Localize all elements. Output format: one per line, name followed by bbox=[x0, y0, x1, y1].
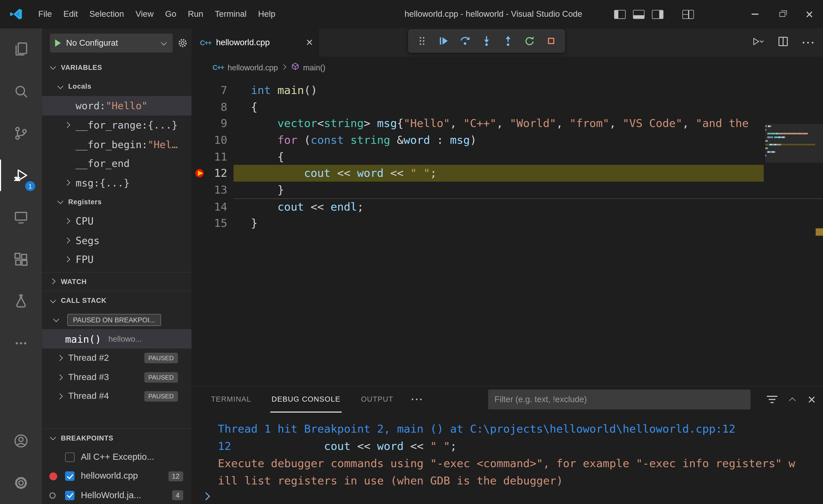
step-into-button[interactable] bbox=[476, 30, 497, 51]
step-over-button[interactable] bbox=[454, 30, 476, 51]
variable-row-msg[interactable]: msg: {...} bbox=[42, 173, 191, 192]
code-line[interactable]: 13 } bbox=[191, 182, 823, 198]
continue-button[interactable] bbox=[433, 30, 454, 51]
minimap[interactable] bbox=[765, 126, 815, 283]
toggle-secondary-sidebar-icon[interactable] bbox=[652, 10, 663, 19]
breakpoint-gutter[interactable] bbox=[191, 215, 206, 231]
run-debug-icon[interactable]: 1 bbox=[0, 154, 42, 196]
breadcrumb-symbol[interactable]: main() bbox=[303, 63, 325, 71]
debug-console[interactable]: Thread 1 hit Breakpoint 2, main () at C:… bbox=[191, 412, 823, 504]
minimize-button[interactable] bbox=[741, 0, 768, 28]
registers-group-header[interactable]: Registers bbox=[42, 192, 191, 212]
variable-row-for-range[interactable]: __for_range: {...} bbox=[42, 115, 191, 135]
toolbar-drag-handle[interactable] bbox=[411, 30, 433, 51]
console-prompt-row[interactable] bbox=[203, 488, 209, 504]
breakpoint-gutter[interactable] bbox=[191, 82, 206, 98]
console-filter-input[interactable] bbox=[488, 389, 751, 409]
thread-row-4[interactable]: Thread #4 PAUSED bbox=[42, 387, 191, 406]
call-stack-session-row[interactable]: PAUSED ON BREAKPOI... bbox=[42, 310, 191, 329]
run-or-debug-icon[interactable] bbox=[752, 35, 764, 50]
watch-section-header[interactable]: WATCH bbox=[42, 272, 191, 291]
testing-icon[interactable] bbox=[0, 280, 42, 322]
close-button[interactable]: × bbox=[796, 0, 823, 28]
register-row-segs[interactable]: Segs bbox=[42, 231, 191, 250]
variables-section-header[interactable]: VARIABLES bbox=[42, 58, 191, 77]
breakpoint-gutter[interactable] bbox=[191, 198, 206, 215]
tab-output[interactable]: OUTPUT bbox=[360, 386, 394, 412]
code-line[interactable]: 14 cout << endl; bbox=[191, 198, 823, 215]
breakpoint-row-helloworld-java[interactable]: HelloWorld.ja... 4 bbox=[42, 486, 191, 504]
menu-help[interactable]: Help bbox=[252, 0, 281, 28]
tab-debug-console[interactable]: DEBUG CONSOLE bbox=[271, 386, 341, 412]
menu-file[interactable]: File bbox=[32, 0, 58, 28]
explorer-icon[interactable] bbox=[0, 28, 42, 70]
more-views-icon[interactable] bbox=[0, 322, 42, 364]
menu-terminal[interactable]: Terminal bbox=[209, 0, 252, 28]
breakpoint-gutter[interactable] bbox=[191, 182, 206, 198]
extensions-icon[interactable] bbox=[0, 238, 42, 280]
search-icon[interactable] bbox=[0, 70, 42, 112]
menu-run[interactable]: Run bbox=[182, 0, 209, 28]
source-control-icon[interactable] bbox=[0, 112, 42, 154]
restart-button[interactable] bbox=[519, 30, 540, 51]
breakpoint-row-exceptions[interactable]: All C++ Exceptio... bbox=[42, 447, 191, 467]
editor-more-actions-icon[interactable]: ··· bbox=[802, 37, 816, 49]
locals-group-header[interactable]: Locals bbox=[42, 77, 191, 96]
variable-row-for-begin[interactable]: __for_begin: "Hel… bbox=[42, 135, 191, 154]
split-editor-icon[interactable] bbox=[777, 35, 790, 50]
filter-icon[interactable] bbox=[767, 395, 777, 404]
panel-more-tabs-icon[interactable]: ··· bbox=[411, 394, 424, 405]
breakpoint-gutter[interactable] bbox=[191, 165, 206, 182]
close-panel-icon[interactable]: × bbox=[808, 394, 816, 405]
step-out-button[interactable] bbox=[497, 30, 519, 51]
breadcrumb-file[interactable]: helloworld.cpp bbox=[227, 63, 278, 71]
launch-config-dropdown[interactable]: No Configurat bbox=[50, 33, 173, 52]
customize-layout-icon[interactable] bbox=[682, 10, 694, 19]
code-line[interactable]: 11 { bbox=[191, 148, 823, 165]
tab-close-icon[interactable]: × bbox=[306, 37, 313, 48]
configure-gear-icon[interactable] bbox=[177, 37, 188, 49]
register-row-cpu[interactable]: CPU bbox=[42, 211, 191, 231]
code-editor[interactable]: 7int main()8{9 vector<string> msg{"Hello… bbox=[191, 78, 823, 386]
menu-edit[interactable]: Edit bbox=[58, 0, 84, 28]
stack-frame-row-main[interactable]: main() hellowo... bbox=[42, 329, 191, 349]
toggle-panel-icon[interactable] bbox=[633, 10, 644, 19]
console-line[interactable]: 12 cout << word << " "; bbox=[218, 437, 823, 455]
maximize-panel-icon[interactable] bbox=[789, 396, 796, 403]
console-line[interactable]: ill list registers in use (when GDB is t… bbox=[218, 472, 823, 489]
code-line[interactable]: 12 cout << word << " "; bbox=[191, 165, 823, 182]
breakpoint-checkbox[interactable] bbox=[65, 472, 74, 481]
tab-helloworld-cpp[interactable]: C++ helloworld.cpp × bbox=[191, 28, 319, 57]
menu-view[interactable]: View bbox=[130, 0, 160, 28]
register-row-fpu[interactable]: FPU bbox=[42, 250, 191, 269]
restore-button[interactable] bbox=[768, 0, 796, 28]
thread-row-2[interactable]: Thread #2 PAUSED bbox=[42, 349, 191, 368]
toggle-sidebar-icon[interactable] bbox=[614, 10, 626, 19]
breakpoint-gutter[interactable] bbox=[191, 115, 206, 132]
breakpoint-row-helloworld-cpp[interactable]: helloworld.cpp 12 bbox=[42, 467, 191, 486]
code-line[interactable]: 7int main() bbox=[191, 82, 823, 98]
code-line[interactable]: 15} bbox=[191, 215, 823, 231]
code-line[interactable]: 9 vector<string> msg{"Hello", "C++", "Wo… bbox=[191, 115, 823, 132]
thread-row-3[interactable]: Thread #3 PAUSED bbox=[42, 368, 191, 387]
breakpoint-gutter[interactable] bbox=[191, 99, 206, 115]
code-line[interactable]: 8{ bbox=[191, 99, 823, 115]
menu-go[interactable]: Go bbox=[159, 0, 182, 28]
settings-gear-icon[interactable] bbox=[0, 462, 42, 504]
console-line[interactable]: Thread 1 hit Breakpoint 2, main () at C:… bbox=[218, 420, 823, 437]
variable-row-for-end[interactable]: __for_end bbox=[42, 154, 191, 173]
breakpoint-checkbox[interactable] bbox=[65, 452, 74, 462]
breakpoint-gutter[interactable] bbox=[191, 148, 206, 165]
variable-row-word[interactable]: word: "Hello" bbox=[42, 96, 191, 116]
breakpoints-section-header[interactable]: BREAKPOINTS bbox=[42, 428, 191, 447]
code-line[interactable]: 10 for (const string &word : msg) bbox=[191, 132, 823, 148]
account-icon[interactable] bbox=[0, 420, 42, 462]
console-line[interactable]: Execute debugger commands using "-exec <… bbox=[218, 455, 823, 472]
menu-selection[interactable]: Selection bbox=[84, 0, 130, 28]
call-stack-section-header[interactable]: CALL STACK bbox=[42, 291, 191, 310]
breakpoint-gutter[interactable] bbox=[191, 132, 206, 148]
breakpoint-checkbox[interactable] bbox=[65, 491, 74, 500]
tab-terminal[interactable]: TERMINAL bbox=[210, 386, 252, 412]
stop-button[interactable] bbox=[540, 30, 561, 51]
remote-explorer-icon[interactable] bbox=[0, 196, 42, 238]
